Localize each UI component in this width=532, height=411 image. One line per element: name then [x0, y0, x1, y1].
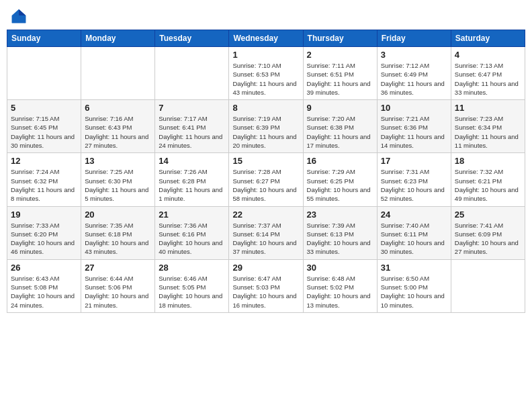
day-info: Sunrise: 7:23 AM Sunset: 6:34 PM Dayligh…	[455, 114, 521, 150]
day-number: 18	[455, 156, 521, 166]
day-info: Sunrise: 7:36 AM Sunset: 6:16 PM Dayligh…	[159, 221, 225, 257]
calendar-cell: 5Sunrise: 7:15 AM Sunset: 6:45 PM Daylig…	[7, 100, 81, 153]
day-number: 9	[307, 103, 373, 113]
calendar-cell: 4Sunrise: 7:13 AM Sunset: 6:47 PM Daylig…	[451, 47, 525, 100]
calendar-cell: 21Sunrise: 7:36 AM Sunset: 6:16 PM Dayli…	[155, 206, 229, 259]
day-number: 29	[232, 263, 299, 273]
day-info: Sunrise: 7:40 AM Sunset: 6:11 PM Dayligh…	[381, 221, 447, 257]
calendar-cell: 22Sunrise: 7:37 AM Sunset: 6:14 PM Dayli…	[229, 206, 303, 259]
day-info: Sunrise: 7:17 AM Sunset: 6:41 PM Dayligh…	[159, 114, 225, 150]
day-number: 23	[307, 210, 373, 220]
day-info: Sunrise: 7:29 AM Sunset: 6:25 PM Dayligh…	[307, 167, 373, 203]
calendar-cell	[81, 47, 155, 100]
calendar-cell: 8Sunrise: 7:19 AM Sunset: 6:39 PM Daylig…	[229, 100, 303, 153]
calendar-cell: 26Sunrise: 6:43 AM Sunset: 5:08 PM Dayli…	[7, 259, 81, 312]
calendar-cell: 1Sunrise: 7:10 AM Sunset: 6:53 PM Daylig…	[229, 47, 303, 100]
day-number: 8	[232, 103, 299, 113]
weekday-header-tuesday: Tuesday	[155, 30, 229, 47]
weekday-header-friday: Friday	[377, 30, 451, 47]
day-info: Sunrise: 7:33 AM Sunset: 6:20 PM Dayligh…	[11, 221, 77, 257]
weekday-header-saturday: Saturday	[451, 30, 525, 47]
calendar-cell: 25Sunrise: 7:41 AM Sunset: 6:09 PM Dayli…	[451, 206, 525, 259]
day-info: Sunrise: 7:21 AM Sunset: 6:36 PM Dayligh…	[381, 114, 447, 150]
day-info: Sunrise: 6:47 AM Sunset: 5:03 PM Dayligh…	[232, 274, 299, 310]
day-number: 30	[307, 263, 373, 273]
day-number: 20	[85, 210, 151, 220]
day-number: 26	[11, 263, 77, 273]
calendar-cell: 16Sunrise: 7:29 AM Sunset: 6:25 PM Dayli…	[303, 153, 377, 206]
day-number: 14	[159, 156, 225, 166]
day-number: 16	[307, 156, 373, 166]
logo-icon	[9, 7, 28, 26]
day-info: Sunrise: 7:32 AM Sunset: 6:21 PM Dayligh…	[455, 167, 521, 203]
day-number: 21	[159, 210, 225, 220]
calendar-cell: 12Sunrise: 7:24 AM Sunset: 6:32 PM Dayli…	[7, 153, 81, 206]
day-number: 11	[455, 103, 521, 113]
day-info: Sunrise: 7:26 AM Sunset: 6:28 PM Dayligh…	[159, 167, 225, 203]
calendar-cell: 23Sunrise: 7:39 AM Sunset: 6:13 PM Dayli…	[303, 206, 377, 259]
day-info: Sunrise: 7:24 AM Sunset: 6:32 PM Dayligh…	[11, 167, 77, 203]
calendar-cell: 3Sunrise: 7:12 AM Sunset: 6:49 PM Daylig…	[377, 47, 451, 100]
day-info: Sunrise: 7:25 AM Sunset: 6:30 PM Dayligh…	[85, 167, 151, 203]
calendar-table: SundayMondayTuesdayWednesdayThursdayFrid…	[7, 30, 525, 313]
calendar-cell	[7, 47, 81, 100]
weekday-header-sunday: Sunday	[7, 30, 81, 47]
day-info: Sunrise: 6:44 AM Sunset: 5:06 PM Dayligh…	[85, 274, 151, 310]
weekday-header-monday: Monday	[81, 30, 155, 47]
day-info: Sunrise: 7:16 AM Sunset: 6:43 PM Dayligh…	[85, 114, 151, 150]
week-row-1: 1Sunrise: 7:10 AM Sunset: 6:53 PM Daylig…	[7, 47, 525, 100]
calendar-cell: 13Sunrise: 7:25 AM Sunset: 6:30 PM Dayli…	[81, 153, 155, 206]
calendar-cell	[155, 47, 229, 100]
calendar-cell: 31Sunrise: 6:50 AM Sunset: 5:00 PM Dayli…	[377, 259, 451, 312]
page-header	[7, 7, 525, 26]
day-number: 5	[11, 103, 77, 113]
day-number: 19	[11, 210, 77, 220]
day-number: 13	[85, 156, 151, 166]
day-info: Sunrise: 7:12 AM Sunset: 6:49 PM Dayligh…	[381, 61, 447, 97]
calendar-cell: 10Sunrise: 7:21 AM Sunset: 6:36 PM Dayli…	[377, 100, 451, 153]
day-info: Sunrise: 6:48 AM Sunset: 5:02 PM Dayligh…	[307, 274, 373, 310]
svg-rect-2	[12, 15, 26, 23]
calendar-cell	[451, 259, 525, 312]
day-info: Sunrise: 6:43 AM Sunset: 5:08 PM Dayligh…	[11, 274, 77, 310]
day-info: Sunrise: 7:10 AM Sunset: 6:53 PM Dayligh…	[232, 61, 299, 97]
calendar-cell: 20Sunrise: 7:35 AM Sunset: 6:18 PM Dayli…	[81, 206, 155, 259]
calendar-cell: 7Sunrise: 7:17 AM Sunset: 6:41 PM Daylig…	[155, 100, 229, 153]
calendar-cell: 28Sunrise: 6:46 AM Sunset: 5:05 PM Dayli…	[155, 259, 229, 312]
day-info: Sunrise: 6:50 AM Sunset: 5:00 PM Dayligh…	[381, 274, 447, 310]
day-number: 7	[159, 103, 225, 113]
weekday-header-row: SundayMondayTuesdayWednesdayThursdayFrid…	[7, 30, 525, 47]
svg-marker-1	[19, 9, 26, 15]
calendar-cell: 19Sunrise: 7:33 AM Sunset: 6:20 PM Dayli…	[7, 206, 81, 259]
day-number: 12	[11, 156, 77, 166]
day-info: Sunrise: 7:15 AM Sunset: 6:45 PM Dayligh…	[11, 114, 77, 150]
day-info: Sunrise: 7:35 AM Sunset: 6:18 PM Dayligh…	[85, 221, 151, 257]
week-row-4: 19Sunrise: 7:33 AM Sunset: 6:20 PM Dayli…	[7, 206, 525, 259]
day-number: 24	[381, 210, 447, 220]
week-row-5: 26Sunrise: 6:43 AM Sunset: 5:08 PM Dayli…	[7, 259, 525, 312]
day-info: Sunrise: 7:19 AM Sunset: 6:39 PM Dayligh…	[232, 114, 299, 150]
day-info: Sunrise: 7:13 AM Sunset: 6:47 PM Dayligh…	[455, 61, 521, 97]
week-row-2: 5Sunrise: 7:15 AM Sunset: 6:45 PM Daylig…	[7, 100, 525, 153]
day-number: 6	[85, 103, 151, 113]
calendar-cell: 2Sunrise: 7:11 AM Sunset: 6:51 PM Daylig…	[303, 47, 377, 100]
day-number: 28	[159, 263, 225, 273]
calendar-cell: 27Sunrise: 6:44 AM Sunset: 5:06 PM Dayli…	[81, 259, 155, 312]
calendar-cell: 14Sunrise: 7:26 AM Sunset: 6:28 PM Dayli…	[155, 153, 229, 206]
calendar-cell: 17Sunrise: 7:31 AM Sunset: 6:23 PM Dayli…	[377, 153, 451, 206]
weekday-header-thursday: Thursday	[303, 30, 377, 47]
day-info: Sunrise: 7:20 AM Sunset: 6:38 PM Dayligh…	[307, 114, 373, 150]
week-row-3: 12Sunrise: 7:24 AM Sunset: 6:32 PM Dayli…	[7, 153, 525, 206]
day-info: Sunrise: 7:31 AM Sunset: 6:23 PM Dayligh…	[381, 167, 447, 203]
calendar-cell: 6Sunrise: 7:16 AM Sunset: 6:43 PM Daylig…	[81, 100, 155, 153]
day-number: 27	[85, 263, 151, 273]
day-number: 2	[307, 50, 373, 60]
day-info: Sunrise: 7:37 AM Sunset: 6:14 PM Dayligh…	[232, 221, 299, 257]
day-number: 1	[232, 50, 299, 60]
day-number: 25	[455, 210, 521, 220]
day-info: Sunrise: 6:46 AM Sunset: 5:05 PM Dayligh…	[159, 274, 225, 310]
day-info: Sunrise: 7:39 AM Sunset: 6:13 PM Dayligh…	[307, 221, 373, 257]
calendar-cell: 29Sunrise: 6:47 AM Sunset: 5:03 PM Dayli…	[229, 259, 303, 312]
weekday-header-wednesday: Wednesday	[229, 30, 303, 47]
day-info: Sunrise: 7:11 AM Sunset: 6:51 PM Dayligh…	[307, 61, 373, 97]
